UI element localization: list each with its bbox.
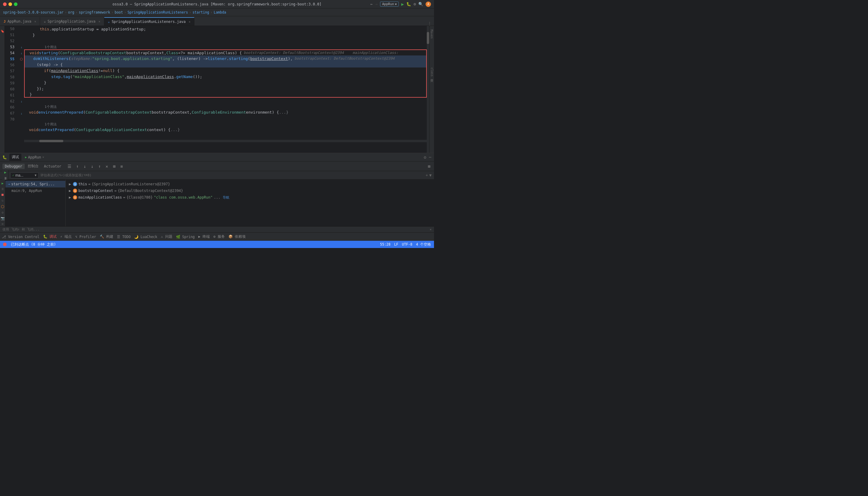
user-avatar[interactable]: A	[425, 1, 431, 7]
minimize-button[interactable]	[9, 2, 12, 6]
list-view-btn[interactable]: ≡	[119, 163, 124, 169]
stop-side-icon[interactable]: ⏹	[1, 193, 4, 197]
classfile-tab-label[interactable]: class文件	[430, 66, 434, 78]
close-button[interactable]	[3, 2, 6, 6]
apprun-tab-close[interactable]: ×	[42, 155, 44, 159]
todo-btn[interactable]: ☰ TODO	[117, 235, 131, 239]
spring-btn[interactable]: 🌿 Spring	[176, 235, 195, 239]
var-expander-mainappclass[interactable]: ▶	[68, 195, 72, 200]
breadcrumb-item-1[interactable]: org	[68, 10, 75, 14]
debug-tab[interactable]: 调试	[9, 154, 21, 161]
nav-forward-icon[interactable]: →	[375, 2, 378, 6]
debugger-subtab-label: Debugger	[5, 164, 22, 168]
maximize-button[interactable]	[14, 2, 17, 6]
vertical-scrollbar[interactable]	[427, 26, 429, 153]
table-view-btn[interactable]: ⊞	[112, 163, 117, 169]
run-to-cursor-btn[interactable]: ↑	[97, 163, 102, 169]
step3-icon[interactable]: ↻	[1, 199, 4, 202]
run-config-dropdown-icon[interactable]: ▼	[395, 3, 397, 6]
horizontal-scrollbar[interactable]	[24, 140, 427, 142]
debug-run-icon[interactable]: 🐛	[406, 2, 411, 6]
panel-settings-button[interactable]: ⚙	[424, 155, 426, 160]
bottom-tool-bar: ⎇ Version Control 🐛 调试 ⚡ 端点 ⌥ Profiler 🔨…	[0, 232, 434, 241]
bottom-panel-tabs: 🐛 调试 ▶ AppRun × ⚙ −	[0, 153, 434, 161]
ln-58: 58	[5, 74, 16, 80]
frame-item-0[interactable]: → starting:54, Spri...	[5, 181, 65, 187]
debug-btn[interactable]: 🐛 调试	[43, 234, 57, 239]
encoding[interactable]: UTF-8	[402, 242, 413, 247]
tab-close-springrunlisteners[interactable]: ×	[189, 20, 190, 24]
run-config-button[interactable]: AppRun ▼	[380, 1, 399, 6]
code-line-52	[24, 38, 427, 44]
search-icon[interactable]: 🔍	[418, 2, 423, 6]
maven-tab-label[interactable]: Maven	[430, 28, 433, 40]
code-line-59: });	[24, 86, 427, 92]
var-nav-mainappclass[interactable]: 导航	[223, 195, 229, 200]
ln-53: 53	[5, 44, 16, 50]
var-row-bootstrap[interactable]: ▶ i bootstrapContext = {DefaultBootstrap…	[66, 187, 434, 194]
tab-springrunlisteners[interactable]: ☕ SpringApplicationRunListeners.java ×	[104, 17, 195, 26]
panel-collapse-button[interactable]: −	[429, 154, 432, 160]
breadcrumb-item-5[interactable]: starting	[192, 10, 209, 14]
deps-btn[interactable]: 📦 依赖项	[229, 234, 246, 239]
tab-close-apprun[interactable]: ×	[34, 20, 36, 23]
var-expander-bootstrap[interactable]: ▶	[68, 189, 72, 193]
step-into-btn[interactable]: ↓	[82, 163, 87, 169]
console-side-icon[interactable]: ≡	[1, 222, 4, 226]
var-row-this[interactable]: ▶ i this = {SpringApplicationRunListener…	[66, 181, 434, 187]
window-controls[interactable]	[3, 2, 17, 6]
debugger-subtab-actuator[interactable]: Actuator	[42, 164, 64, 169]
terminal-btn[interactable]: ▶ 终端	[198, 234, 210, 239]
endpoints-btn[interactable]: ⚡ 端点	[60, 234, 72, 239]
debugger-subtab-console[interactable]: 控制台	[25, 163, 41, 169]
cursor-position[interactable]: 55:28	[380, 242, 391, 247]
expand-panel-btn[interactable]: ⊞	[427, 163, 432, 169]
indent-spaces[interactable]: 4 个空格	[416, 242, 431, 247]
vertical-scrollbar-thumb[interactable]	[427, 32, 429, 44]
tab-apprun[interactable]: J AppRun.java ×	[0, 17, 40, 26]
problems-btn[interactable]: ⚠ 问题	[161, 234, 172, 239]
camera-icon[interactable]: 📷	[1, 216, 5, 220]
breadcrumb-item-2[interactable]: springframework	[79, 10, 110, 14]
step-out-btn[interactable]: ↓	[90, 163, 94, 169]
tabs-overflow-button[interactable]: ⋮	[428, 21, 434, 26]
nav-back-icon[interactable]: ←	[370, 2, 373, 6]
collapse-watches-btn[interactable]: ▼	[429, 173, 432, 177]
title-bar-actions[interactable]: ← → AppRun ▼ ▶ 🐛 ⚙ 🔍 A	[370, 1, 431, 7]
bookmark-icon[interactable]: 🔖	[0, 29, 4, 33]
profiler-btn[interactable]: ⌥ Profiler	[75, 235, 96, 239]
apprun-tab[interactable]: ▶ AppRun ×	[22, 154, 46, 161]
breadcrumb-item-3[interactable]: boot	[114, 10, 123, 14]
version-control-btn[interactable]: ⎇ Version Control	[2, 235, 40, 239]
var-row-mainappclass[interactable]: ▶ i mainApplicationClass = {Class@1780} …	[66, 194, 434, 201]
debugger-subtab-debugger[interactable]: Debugger	[2, 164, 25, 169]
filter-toolbar-btn[interactable]: ☰	[66, 163, 73, 169]
filter-input[interactable]	[15, 173, 33, 177]
luacheck-btn[interactable]: 🌙 LuaCheck	[134, 235, 157, 239]
resume-side-icon[interactable]: ▶	[1, 182, 4, 185]
filter-dropdown-icon[interactable]: ▼	[35, 174, 36, 177]
build-icon[interactable]: ⚙	[414, 2, 416, 6]
run-icon[interactable]: ▶	[401, 1, 404, 7]
step-over-btn[interactable]: ↑	[75, 163, 80, 169]
pause-side-icon[interactable]: ⏸	[1, 187, 4, 191]
breadcrumb-item-0[interactable]: spring-boot-3.0.0-sources.jar	[3, 10, 64, 14]
breakpoint-icon[interactable]: ⬡	[1, 204, 4, 209]
build-btn[interactable]: 🔨 构建	[100, 234, 113, 239]
add-watch-btn[interactable]: +	[425, 173, 428, 177]
scrollbar-thumb[interactable]	[39, 140, 63, 142]
bottom-hint-close[interactable]: ×	[430, 228, 432, 231]
tab-close-springapp[interactable]: ×	[98, 20, 100, 23]
resume-icon[interactable]: ▶	[4, 170, 6, 174]
var-expander-this[interactable]: ▶	[68, 182, 72, 186]
settings-side-icon[interactable]: ⚙	[1, 211, 4, 215]
services-btn[interactable]: ⚙ 服务	[213, 234, 225, 239]
frame-item-1[interactable]: main:9, AppRun	[5, 187, 65, 194]
line-ending[interactable]: LF	[394, 242, 399, 247]
filter-input-wrapper[interactable]: ✓ ▼	[10, 172, 38, 179]
tab-springapp[interactable]: ☕ SpringApplication.java ×	[40, 17, 104, 26]
code-content[interactable]: this.applicationStartup = applicationSta…	[24, 26, 427, 153]
breadcrumb-item-4[interactable]: SpringApplicationRunListeners	[127, 10, 188, 14]
breadcrumb-item-6[interactable]: Lambda	[214, 10, 226, 14]
evaluate-btn[interactable]: ✕	[104, 163, 109, 169]
